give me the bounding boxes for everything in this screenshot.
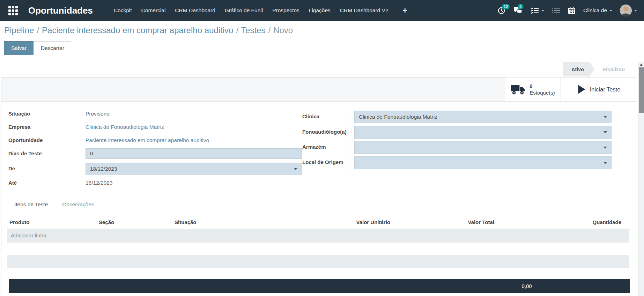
field-label-fonoaudiologo: Fonoaudiólogo(a) xyxy=(302,129,347,135)
tab-observacoes[interactable]: Observações xyxy=(55,197,101,212)
field-label-clinica: Clínica xyxy=(302,113,319,119)
play-icon xyxy=(577,84,586,94)
form-sheet: 0 Estoque(s) Iniciar Teste Situação Prov… xyxy=(1,77,637,296)
stage-finalizou[interactable]: Finalizou xyxy=(594,62,633,76)
discard-button[interactable]: Descartar xyxy=(34,41,71,55)
activities-button[interactable]: 12 xyxy=(497,7,505,15)
column-valor-total: Valor Total xyxy=(468,219,494,225)
caret-down-icon xyxy=(604,147,607,149)
field-label-oportunidade: Oportunidade xyxy=(8,137,43,143)
stock-count: 0 xyxy=(530,83,555,89)
calendar-button[interactable] xyxy=(568,7,576,14)
caret-down-icon xyxy=(634,10,637,12)
field-value-ate: 18/12/2023 xyxy=(86,180,113,186)
start-test-label: Iniciar Teste xyxy=(590,86,621,93)
todo-menu-button[interactable] xyxy=(531,7,544,14)
view-switch-button[interactable] xyxy=(552,7,560,14)
calendar-icon xyxy=(568,7,576,14)
dias-de-teste-input[interactable]: 0 xyxy=(86,148,302,159)
column-secao: Seção xyxy=(99,219,114,225)
column-produto: Produto xyxy=(9,219,30,225)
scrollbar-up-arrow-icon[interactable] xyxy=(640,64,643,66)
fonoaudiologo-select[interactable] xyxy=(354,126,612,139)
nav-crm-dashboard[interactable]: CRM Dashboard xyxy=(175,7,215,14)
company-name: Clinica de xyxy=(583,7,607,14)
caret-down-icon xyxy=(541,10,544,12)
armazem-select[interactable] xyxy=(354,141,612,154)
totals-bar: 0,00 xyxy=(9,279,630,293)
breadcrumb-current: Novo xyxy=(273,25,293,35)
caret-down-icon xyxy=(604,162,607,164)
field-label-situacao: Situação xyxy=(8,111,30,117)
total-value: 0,00 xyxy=(509,279,544,293)
left-group-divider xyxy=(81,108,81,196)
checklist-icon xyxy=(531,7,539,14)
messages-button[interactable]: 4 xyxy=(513,7,523,15)
stock-stat-button[interactable]: 0 Estoque(s) xyxy=(505,77,561,101)
add-line-link[interactable]: Adicionar linha xyxy=(11,232,46,239)
notebook-tabs: Itens de Teste Observações xyxy=(7,197,631,212)
de-date-select[interactable]: 18/12/2023 xyxy=(86,163,302,175)
field-label-de: De xyxy=(8,165,15,171)
breadcrumb-opportunity[interactable]: Paciente interessado em comprar aparelho… xyxy=(42,25,233,35)
caret-down-icon xyxy=(609,10,612,12)
right-group-divider xyxy=(348,108,348,177)
breadcrumb-separator: / xyxy=(268,25,271,35)
top-navbar: Oportunidades Cockpit Comercial CRM Dash… xyxy=(0,0,644,21)
app-title[interactable]: Oportunidades xyxy=(28,5,93,16)
vertical-scrollbar[interactable] xyxy=(638,62,644,296)
button-box-band: 0 Estoque(s) Iniciar Teste xyxy=(1,77,637,102)
scrollbar-thumb[interactable] xyxy=(639,67,644,113)
breadcrumb-pipeline[interactable]: Pipeline xyxy=(4,25,34,35)
main-menu: Cockpit Comercial CRM Dashboard Gráfico … xyxy=(114,6,407,15)
truck-icon xyxy=(511,84,525,95)
nav-grafico-de-funil[interactable]: Gráfico de Funil xyxy=(225,7,263,14)
activities-badge: 12 xyxy=(502,4,510,9)
company-switcher[interactable]: Clinica de xyxy=(583,7,612,14)
start-test-button[interactable]: Iniciar Teste xyxy=(561,77,637,101)
field-value-empresa[interactable]: Clinica de Fonoaudiologia Matriz xyxy=(86,124,164,130)
column-situacao: Situação xyxy=(175,219,197,225)
form-action-buttons: Salvar Descartar xyxy=(4,41,71,55)
field-label-ate: Até xyxy=(8,180,17,186)
breadcrumb: Pipeline/Paciente interessado em comprar… xyxy=(4,22,293,38)
stock-label: Estoque(s) xyxy=(530,89,555,96)
user-menu[interactable] xyxy=(620,5,637,16)
caret-down-icon xyxy=(604,131,607,133)
apps-grid-icon[interactable] xyxy=(8,6,18,15)
test-items-table-header: Produto Seção Situação Valor Unitário Va… xyxy=(7,217,629,228)
column-valor-unitario: Valor Unitário xyxy=(356,219,390,225)
navbar-systray: 12 4 Clinica de xyxy=(497,5,639,16)
nav-cockpit[interactable]: Cockpit xyxy=(114,7,132,14)
nav-crm-dashboard-v2[interactable]: CRM Dashboard V2 xyxy=(340,7,388,14)
add-line-row[interactable]: Adicionar linha xyxy=(7,229,629,243)
clinica-select[interactable]: Clinica de Fonoaudiologia Matriz xyxy=(354,111,612,123)
field-value-situacao: Provisório xyxy=(86,111,110,117)
list-icon xyxy=(552,7,560,14)
statusbar: Ativo Finalizou xyxy=(0,62,638,76)
field-value-oportunidade[interactable]: Paciente interessado em comprar aparelho… xyxy=(86,137,209,143)
breadcrumb-testes[interactable]: Testes xyxy=(241,25,265,35)
breadcrumb-separator: / xyxy=(37,25,39,35)
save-button[interactable]: Salvar xyxy=(4,41,34,55)
nav-ligacoes[interactable]: Ligações xyxy=(309,7,331,14)
empty-list-row xyxy=(7,255,629,268)
local-de-origem-select[interactable] xyxy=(354,156,612,169)
column-quantidade: Quantidade xyxy=(592,219,621,225)
nav-prospectos[interactable]: Prospectos xyxy=(272,7,299,14)
plus-icon[interactable]: + xyxy=(403,6,407,15)
nav-comercial[interactable]: Comercial xyxy=(141,7,166,14)
tab-itens-de-teste[interactable]: Itens de Teste xyxy=(7,197,55,212)
caret-down-icon xyxy=(294,168,297,170)
caret-down-icon xyxy=(604,116,607,118)
field-label-dias-de-teste: Dias de Teste xyxy=(8,150,42,156)
field-label-local-de-origem: Local de Origem xyxy=(302,159,343,165)
messages-badge: 4 xyxy=(518,4,523,9)
breadcrumb-separator: / xyxy=(236,25,238,35)
field-label-armazem: Armazém xyxy=(302,144,326,150)
field-label-empresa: Empresa xyxy=(8,124,30,130)
avatar xyxy=(620,5,632,16)
stage-ativo[interactable]: Ativo xyxy=(563,62,594,76)
